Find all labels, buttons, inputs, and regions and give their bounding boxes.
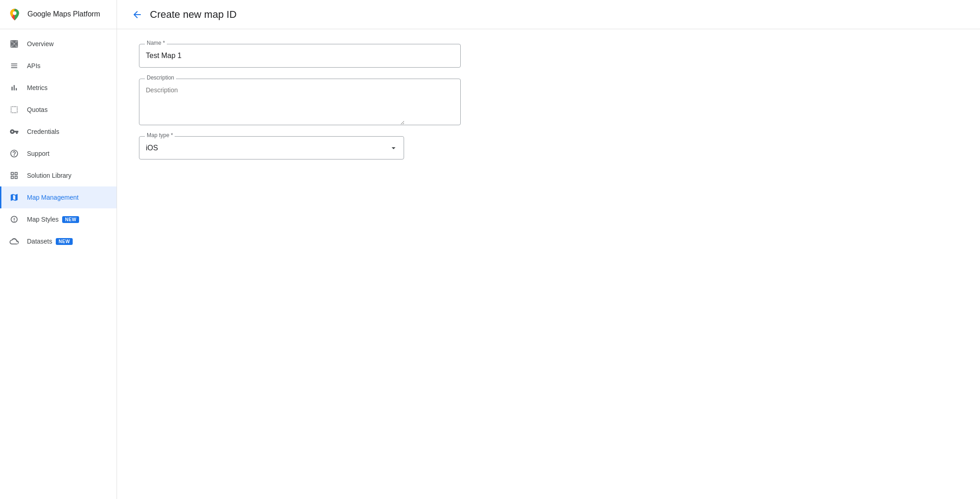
sidebar-item-apis[interactable]: APIs (0, 55, 117, 77)
sidebar-item-credentials[interactable]: Credentials (0, 121, 117, 143)
form-container: Name * Description Map type * JavaScript… (117, 29, 483, 185)
description-textarea[interactable] (139, 79, 405, 125)
sidebar-item-solution-library[interactable]: Solution Library (0, 165, 117, 186)
description-field-wrapper: Description (139, 79, 461, 125)
datasets-label: Datasets (27, 238, 52, 245)
google-maps-logo (7, 7, 22, 22)
map-type-field-group: Map type * JavaScript Android iOS (139, 136, 461, 159)
sidebar-item-overview[interactable]: Overview (0, 33, 117, 55)
sidebar: Google Maps Platform Overview (0, 0, 117, 499)
sidebar-item-support[interactable]: Support (0, 143, 117, 165)
solution-library-icon (9, 170, 20, 181)
page-title: Create new map ID (150, 9, 237, 21)
quotas-label: Quotas (27, 106, 48, 113)
sidebar-title: Google Maps Platform (27, 10, 100, 19)
map-styles-icon (9, 214, 20, 225)
name-field-group: Name * (139, 44, 461, 68)
svg-point-0 (13, 11, 16, 15)
main-content: Create new map ID Name * Description Map… (117, 0, 980, 499)
map-management-icon (9, 192, 20, 203)
name-input[interactable] (139, 44, 405, 67)
overview-label: Overview (27, 40, 53, 48)
apis-icon (9, 60, 20, 71)
metrics-label: Metrics (27, 84, 48, 91)
support-label: Support (27, 150, 49, 157)
quotas-icon (9, 104, 20, 115)
sidebar-item-datasets[interactable]: Datasets NEW (0, 230, 117, 252)
map-styles-badge: NEW (62, 216, 79, 223)
map-type-select-wrapper: Map type * JavaScript Android iOS (139, 136, 404, 159)
credentials-label: Credentials (27, 128, 59, 135)
datasets-badge: NEW (56, 238, 73, 245)
overview-icon (9, 38, 20, 49)
main-header: Create new map ID (117, 0, 980, 29)
sidebar-item-quotas[interactable]: Quotas (0, 99, 117, 121)
metrics-icon (9, 82, 20, 93)
sidebar-header: Google Maps Platform (0, 0, 117, 29)
map-styles-label: Map Styles (27, 216, 59, 223)
sidebar-navigation: Overview APIs Metrics (0, 29, 117, 256)
map-management-label: Map Management (27, 194, 79, 201)
back-button[interactable] (128, 5, 146, 24)
map-type-label: Map type * (145, 132, 175, 138)
credentials-icon (9, 126, 20, 137)
datasets-icon (9, 236, 20, 247)
sidebar-item-map-management[interactable]: Map Management (0, 186, 117, 208)
description-field-group: Description (139, 79, 461, 125)
solution-library-label: Solution Library (27, 172, 71, 179)
map-type-select[interactable]: JavaScript Android iOS (139, 137, 404, 159)
apis-label: APIs (27, 62, 41, 69)
name-field-wrapper: Name * (139, 44, 461, 68)
support-icon (9, 148, 20, 159)
sidebar-item-map-styles[interactable]: Map Styles NEW (0, 208, 117, 230)
sidebar-item-metrics[interactable]: Metrics (0, 77, 117, 99)
